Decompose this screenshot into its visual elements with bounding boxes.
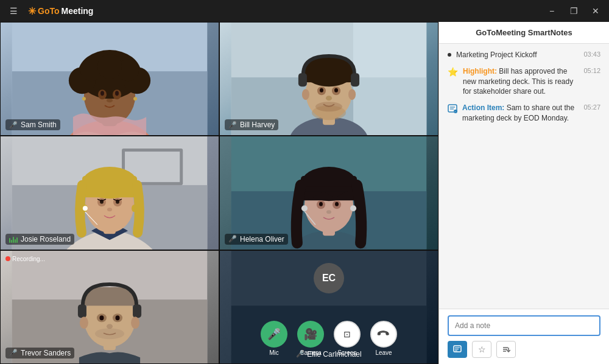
svg-point-17: [82, 97, 86, 100]
note-item-1: Marketing Project Kickoff 03:43: [448, 50, 600, 60]
sam-mic-icon: 🎤: [9, 121, 18, 129]
svg-point-68: [319, 202, 323, 206]
svg-point-88: [95, 328, 124, 339]
video-grid: 🎤 Sam Smith: [0, 22, 438, 364]
note-item-2: ⭐ Highlight: Bill has approved the new m…: [448, 66, 600, 97]
svg-rect-21: [353, 23, 426, 135]
note-text-2: Highlight: Bill has approved the new mar…: [463, 66, 579, 97]
helena-name: Helena Oliver: [240, 235, 284, 243]
sam-avatar: [1, 23, 219, 135]
svg-point-86: [116, 315, 120, 320]
trevor-name: Trevor Sanders: [21, 349, 71, 357]
bill-nametag: 🎤 Bill Harvey: [225, 119, 278, 130]
josie-audio-bars: [9, 236, 18, 243]
svg-point-32: [348, 89, 356, 100]
note-item-3: → Action Item: Sam to share out the mark…: [448, 103, 600, 124]
screen-circle: ⊡: [334, 321, 361, 348]
video-cell-sam: 🎤 Sam Smith: [0, 22, 219, 136]
svg-point-36: [334, 88, 338, 93]
window-controls: − ❐ ✕: [543, 2, 604, 19]
hamburger-button[interactable]: ☰: [5, 2, 22, 19]
svg-point-85: [99, 315, 104, 320]
action-label: Action Item:: [462, 103, 504, 112]
svg-point-54: [107, 208, 112, 212]
logo-meeting: Meeting: [62, 6, 94, 16]
svg-point-16: [107, 99, 113, 102]
note-text-3: Action Item: Sam to share out the market…: [462, 103, 579, 124]
svg-point-49: [132, 205, 136, 212]
josie-avatar: [1, 136, 219, 249]
main-content: 🎤 Sam Smith: [0, 22, 609, 364]
note-text-1: Marketing Project Kickoff: [456, 50, 579, 60]
mic-label: Mic: [269, 349, 279, 356]
bill-mic-icon: 🎤: [228, 121, 237, 129]
helena-mic-icon: 🎤: [228, 235, 237, 243]
svg-point-15: [115, 91, 119, 96]
svg-point-69: [335, 202, 339, 206]
smartnotes-panel: GoToMeeting SmartNotes Marketing Project…: [438, 22, 609, 364]
leave-label: Leave: [375, 349, 392, 356]
note-action-button[interactable]: [496, 341, 516, 358]
svg-point-70: [326, 211, 331, 214]
svg-rect-29: [298, 73, 307, 86]
logo-goto: GoTo: [38, 6, 60, 16]
title-bar-left: ☰ ✳ GoToMeeting: [5, 2, 93, 19]
svg-point-55: [83, 206, 88, 211]
svg-rect-30: [351, 73, 359, 86]
video-cell-helena: 🎤 Helena Oliver: [219, 136, 438, 250]
mic-control[interactable]: 🎤 Mic: [261, 321, 287, 356]
video-cell-ellie: EC 🎤 Mic 🎥 Camera ⊡ Screen: [219, 250, 438, 364]
leave-circle: 📞: [365, 315, 403, 353]
svg-point-72: [350, 206, 356, 212]
title-bar: ☰ ✳ GoToMeeting − ❐ ✕: [0, 0, 609, 22]
helena-avatar: [220, 136, 438, 249]
maximize-button[interactable]: ❐: [565, 2, 582, 19]
svg-rect-28: [303, 64, 354, 82]
video-cell-josie: Josie Roseland: [0, 136, 219, 250]
highlight-label: Highlight:: [463, 67, 497, 75]
note-star-button[interactable]: ☆: [472, 341, 491, 358]
video-cell-bill: 🎤 Bill Harvey: [219, 22, 438, 136]
svg-point-14: [100, 91, 104, 96]
sam-name: Sam Smith: [21, 121, 57, 129]
ellie-nametag: 🎤 Ellie Carlmichael: [296, 350, 361, 359]
svg-point-81: [80, 317, 88, 329]
svg-point-87: [107, 324, 113, 329]
sam-nametag: 🎤 Sam Smith: [5, 119, 60, 130]
svg-point-31: [302, 89, 309, 100]
notes-list: Marketing Project Kickoff 03:43 ⭐ Highli…: [439, 44, 609, 309]
note-edit-button[interactable]: [448, 341, 467, 358]
recording-dot: [5, 256, 10, 261]
logo-asterisk: ✳: [28, 5, 36, 17]
edit-icon: [453, 345, 462, 354]
josie-name: Josie Roseland: [21, 235, 71, 243]
recording-label: Recording...: [12, 256, 45, 262]
bill-avatar: [220, 23, 438, 135]
panel-title: GoToMeeting SmartNotes: [439, 22, 609, 44]
leave-control[interactable]: 📞 Leave: [370, 321, 397, 356]
trevor-avatar: [1, 251, 219, 363]
svg-point-35: [320, 88, 323, 93]
svg-point-82: [131, 317, 139, 329]
svg-rect-79: [78, 304, 86, 318]
ellie-mic-icon: 🎤: [296, 350, 304, 358]
trevor-mic-icon: 🎤: [9, 349, 18, 357]
action-icon: →: [448, 103, 457, 115]
note-bullet-1: [448, 53, 451, 57]
josie-nametag: Josie Roseland: [5, 234, 74, 245]
close-button[interactable]: ✕: [587, 2, 604, 19]
note-time-2: 05:12: [583, 67, 600, 74]
action-item-icon: [502, 345, 510, 354]
recording-badge: Recording...: [5, 256, 45, 262]
svg-point-38: [315, 102, 342, 111]
svg-rect-80: [133, 304, 141, 318]
svg-point-37: [326, 96, 332, 100]
star-icon: ⭐: [448, 67, 458, 77]
minimize-button[interactable]: −: [543, 2, 560, 19]
camera-circle: 🎥: [297, 321, 324, 348]
note-input[interactable]: [448, 315, 600, 336]
helena-nametag: 🎤 Helena Oliver: [225, 234, 288, 245]
ec-avatar: EC: [314, 263, 344, 293]
note-actions: ☆: [448, 341, 600, 358]
svg-text:→: →: [454, 110, 457, 113]
